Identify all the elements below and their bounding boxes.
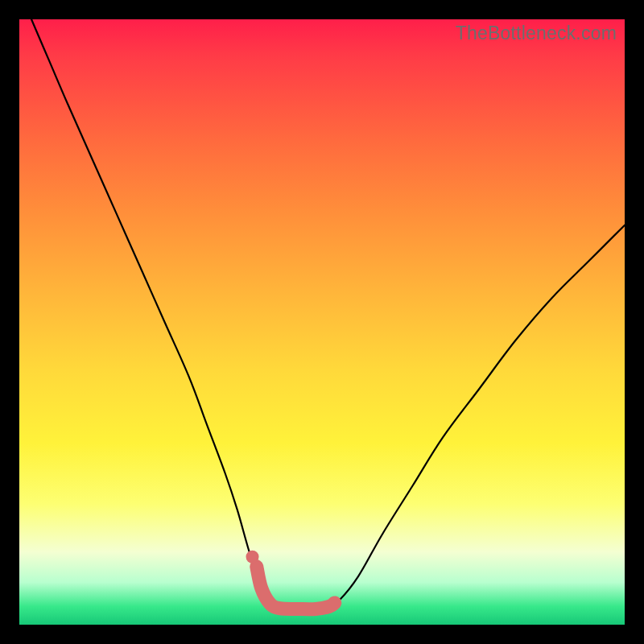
bottleneck-plot [19, 19, 625, 625]
highlight-dot [246, 551, 259, 564]
bottleneck-curve [31, 19, 625, 609]
chart-area: TheBottleneck.com [19, 19, 625, 625]
bottom-highlight-arc [257, 567, 335, 609]
